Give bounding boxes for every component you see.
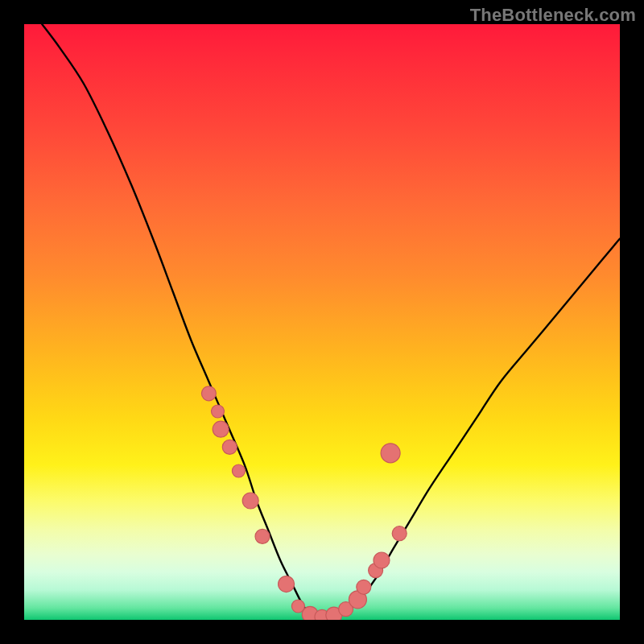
highlight-marker xyxy=(381,444,400,463)
highlight-marker xyxy=(279,576,295,592)
highlight-marker xyxy=(255,529,270,543)
highlight-marker xyxy=(242,493,258,509)
marker-group xyxy=(201,386,407,620)
highlight-marker xyxy=(222,440,237,454)
highlight-marker xyxy=(232,464,245,477)
chart-container: TheBottleneck.com xyxy=(0,0,644,644)
highlight-marker xyxy=(212,405,225,418)
highlight-marker xyxy=(213,421,229,437)
highlight-marker xyxy=(201,386,216,401)
highlight-marker xyxy=(357,580,371,594)
plot-area xyxy=(24,24,620,620)
highlight-marker xyxy=(392,526,407,541)
watermark-text: TheBottleneck.com xyxy=(470,5,636,26)
highlight-marker xyxy=(374,552,390,568)
curve-svg xyxy=(24,24,620,620)
bottleneck-curve xyxy=(42,24,620,617)
